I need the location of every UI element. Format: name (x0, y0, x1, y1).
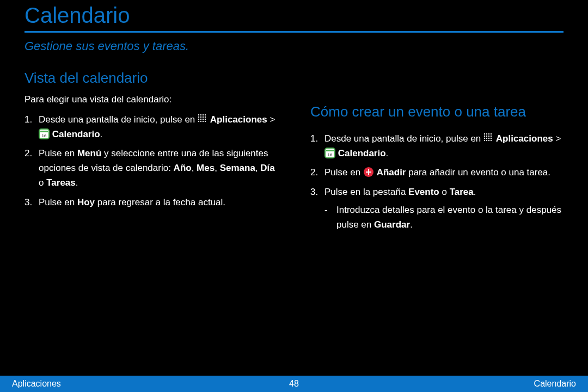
svg-point-13 (200, 120, 201, 121)
svg-point-33 (488, 140, 489, 141)
month-label: Mes (197, 163, 215, 173)
calendar-label: Calendario (52, 129, 100, 139)
page-subtitle: Gestione sus eventos y tareas. (24, 39, 564, 53)
or: o (439, 187, 450, 197)
tasks-label: Tareas (46, 177, 76, 188)
add-label: Añadir (377, 167, 406, 177)
or: o (39, 177, 46, 188)
period: . (100, 129, 103, 139)
svg-point-26 (491, 136, 492, 137)
page: Calendario Gestione sus eventos y tareas… (0, 0, 588, 392)
apps-label: Aplicaciones (496, 133, 553, 144)
svg-text:16: 16 (42, 133, 47, 138)
left-step-1: 1. Desde una pantalla de inicio, pulse e… (24, 112, 278, 142)
calendar-icon: 16 (39, 128, 50, 139)
apps-label: Aplicaciones (210, 114, 267, 125)
step-body: Pulse en Hoy para regresar a la fecha ac… (39, 195, 278, 210)
svg-rect-17 (40, 131, 48, 132)
intro-text: Para elegir una vista del calendario: (24, 93, 278, 107)
svg-point-23 (484, 136, 485, 137)
step-number: 2. (310, 165, 324, 180)
right-step-3: 3. Pulse en la pestaña Evento o Tarea. -… (310, 185, 564, 232)
footer-right: Calendario (534, 379, 576, 389)
comma: , (192, 163, 197, 173)
svg-point-1 (200, 114, 201, 115)
step-number: 3. (24, 195, 39, 210)
sub-body: Introduzca detalles para el evento o la … (336, 203, 564, 232)
period: . (410, 219, 413, 230)
comma: , (255, 163, 260, 173)
svg-point-5 (200, 116, 201, 117)
svg-point-2 (203, 114, 204, 115)
apps-grid-icon (483, 133, 493, 143)
separator: > (555, 133, 561, 144)
svg-point-22 (491, 133, 492, 134)
text: para regresar a la fecha actual. (95, 197, 225, 207)
svg-point-9 (200, 118, 201, 119)
svg-point-24 (486, 136, 487, 137)
svg-point-31 (484, 140, 485, 141)
day-label: Día (260, 163, 274, 173)
separator: > (270, 114, 275, 125)
step-number: 1. (310, 131, 324, 161)
svg-point-14 (203, 120, 204, 121)
step-body: Pulse en Menú y seleccione entre una de … (39, 146, 278, 191)
svg-point-12 (198, 120, 199, 121)
svg-point-20 (486, 133, 487, 134)
svg-point-27 (484, 138, 485, 139)
period: . (76, 177, 78, 188)
right-column: Cómo crear un evento o una tarea 1. Desd… (294, 70, 564, 236)
right-step-2: 2. Pulse en Añadir para añadir un evento… (310, 165, 564, 180)
svg-point-30 (491, 138, 492, 139)
right-step-1: 1. Desde una pantalla de inicio, pulse e… (310, 131, 564, 161)
step-number: 1. (24, 112, 39, 142)
page-title: Calendario (24, 0, 564, 28)
section-heading-create: Cómo crear un evento o una tarea (310, 103, 564, 120)
calendar-label: Calendario (338, 148, 386, 158)
step-number: 3. (310, 185, 324, 232)
left-column: Vista del calendario Para elegir una vis… (24, 70, 294, 236)
svg-text:16: 16 (328, 152, 333, 157)
text: Pulse en (324, 167, 363, 177)
svg-point-34 (491, 140, 492, 141)
svg-point-3 (205, 114, 206, 115)
footer-left: Aplicaciones (12, 379, 61, 389)
svg-rect-36 (326, 150, 334, 151)
period: . (386, 148, 389, 158)
left-step-3: 3. Pulse en Hoy para regresar a la fecha… (24, 195, 278, 210)
dash: - (324, 203, 336, 232)
menu-label: Menú (77, 148, 101, 158)
svg-point-15 (205, 120, 206, 121)
svg-point-21 (488, 133, 489, 134)
svg-point-8 (198, 118, 199, 119)
step-body: Desde una pantalla de inicio, pulse en A… (324, 131, 564, 161)
step-number: 2. (24, 146, 39, 191)
svg-point-32 (486, 140, 487, 141)
content-columns: Vista del calendario Para elegir una vis… (24, 70, 564, 236)
calendar-icon: 16 (324, 148, 335, 158)
svg-point-6 (203, 116, 204, 117)
text: Pulse en la pestaña (324, 187, 408, 197)
save-label: Guardar (374, 219, 410, 230)
sub-step: - Introduzca detalles para el evento o l… (324, 203, 564, 232)
svg-point-0 (198, 114, 199, 115)
svg-point-4 (198, 116, 199, 117)
today-label: Hoy (77, 197, 95, 207)
text: para añadir un evento o una tarea. (406, 167, 550, 177)
text: Pulse en (39, 197, 77, 207)
left-step-2: 2. Pulse en Menú y seleccione entre una … (24, 146, 278, 191)
year-label: Año (174, 163, 192, 173)
add-icon (363, 167, 374, 177)
step-body: Pulse en la pestaña Evento o Tarea. - In… (324, 185, 564, 232)
title-rule (24, 31, 564, 33)
svg-point-29 (488, 138, 489, 139)
svg-point-10 (203, 118, 204, 119)
period: . (474, 187, 476, 197)
text: Introduzca detalles para el evento o la … (336, 205, 561, 230)
svg-point-7 (205, 116, 206, 117)
section-heading-view: Vista del calendario (24, 70, 278, 87)
svg-point-11 (205, 118, 206, 119)
svg-point-25 (488, 136, 489, 137)
apps-grid-icon (198, 114, 207, 124)
week-label: Semana (220, 163, 255, 173)
